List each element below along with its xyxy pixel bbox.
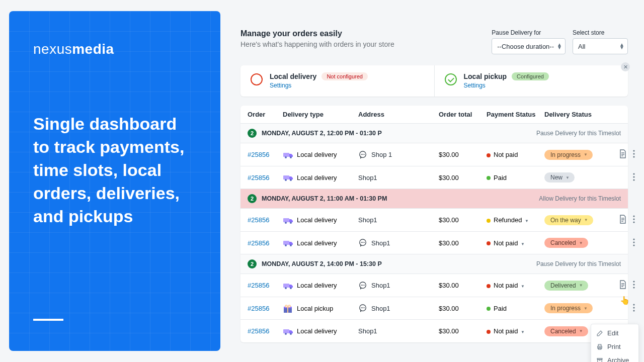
table-row: #25856Local deliveryShop 1$30.00Not paid… [240, 143, 628, 166]
svg-point-16 [633, 173, 634, 174]
payment-status-cell[interactable]: Not paid [487, 151, 544, 158]
more-icon[interactable] [633, 281, 635, 290]
address-cell: Shop1 [358, 304, 439, 313]
pause-delivery-select[interactable]: --Choose duration-- ▲▼ [492, 38, 566, 54]
more-icon[interactable] [633, 304, 635, 313]
payment-status-cell[interactable]: Paid [487, 174, 544, 182]
logo: nexusmedia [33, 41, 196, 57]
svg-point-48 [633, 281, 634, 282]
order-id-link[interactable]: #25856 [248, 239, 283, 247]
menu-item-archive[interactable]: Archive [591, 353, 638, 362]
status-pill[interactable]: In progress ▼ [544, 303, 593, 313]
chat-icon[interactable] [358, 238, 367, 247]
svg-point-33 [362, 242, 363, 243]
status-pill[interactable]: Canceled ▼ [544, 326, 588, 336]
order-id-link[interactable]: #25856 [248, 151, 283, 158]
status-pill[interactable]: On the way ▼ [544, 215, 593, 225]
svg-point-5 [362, 154, 363, 155]
table-row: #25856Local deliveryShop1$30.00PaidNew ▼ [240, 166, 628, 189]
table-row: #25856Local pickupShop1$30.00PaidIn prog… [240, 297, 628, 319]
more-icon[interactable] [633, 150, 635, 159]
order-id-link[interactable]: #25856 [248, 282, 283, 289]
store-select[interactable]: All ▲▼ [573, 38, 628, 54]
group-action-link[interactable]: Allow Delivery for this Timeslot [539, 195, 621, 202]
svg-point-1 [285, 156, 287, 158]
more-icon[interactable] [633, 215, 635, 225]
document-icon[interactable] [619, 280, 627, 291]
payment-status-cell[interactable]: Not paid ▼ [487, 239, 544, 247]
status-pill[interactable]: Canceled ▼ [544, 238, 588, 248]
status-dot-icon [487, 153, 491, 157]
chevron-down-icon: ▼ [579, 241, 583, 245]
group-action-link[interactable]: Pause Delivery for this Timeslot [536, 130, 621, 137]
truck-icon [283, 239, 293, 246]
status-pill[interactable]: Delivered ▼ [544, 281, 588, 291]
col-payment: Payment Status [487, 111, 544, 118]
truck-icon [283, 151, 293, 158]
svg-rect-38 [283, 284, 289, 288]
payment-status-cell[interactable]: Refunded ▼ [487, 216, 544, 224]
total-cell: $30.00 [439, 239, 487, 247]
status-dot-icon [487, 284, 491, 288]
more-icon[interactable] [633, 173, 635, 183]
chat-icon[interactable] [358, 304, 367, 313]
svg-point-60 [633, 304, 634, 305]
svg-point-25 [633, 215, 634, 217]
document-icon[interactable] [619, 149, 627, 160]
svg-point-39 [285, 287, 287, 289]
table-row: #25856Local deliveryShop1$30.00Not paid … [240, 274, 628, 297]
pause-delivery-label: Pause Delivery for [492, 29, 566, 36]
total-cell: $30.00 [439, 174, 487, 182]
orders-table: Order Delivery type Address Order total … [240, 106, 628, 342]
menu-item-edit[interactable]: Edit [591, 326, 638, 340]
archive-icon [596, 357, 603, 363]
svg-rect-76 [598, 359, 602, 362]
settings-link[interactable]: Settings [464, 82, 486, 89]
svg-point-62 [633, 310, 634, 311]
chevron-down-icon: ▼ [525, 219, 529, 223]
svg-rect-63 [283, 329, 289, 333]
document-icon[interactable] [619, 215, 627, 225]
svg-rect-19 [283, 218, 289, 222]
status-badge: Not configured [321, 72, 368, 80]
order-id-link[interactable]: #25856 [248, 305, 283, 312]
group-count-badge: 2 [248, 129, 257, 138]
address-cell: Shop1 [358, 174, 439, 182]
table-row: #25856Local deliveryShop1$30.00Refunded … [240, 208, 628, 231]
order-id-link[interactable]: #25856 [248, 174, 283, 182]
chat-icon[interactable] [358, 281, 367, 290]
status-dot-icon [487, 241, 491, 245]
close-icon[interactable]: ✕ [621, 62, 630, 71]
truck-icon [283, 217, 293, 224]
more-icon[interactable] [633, 238, 635, 248]
svg-point-36 [633, 241, 634, 243]
payment-status-cell[interactable]: Not paid ▼ [487, 282, 544, 289]
order-id-link[interactable]: #25856 [248, 216, 283, 224]
status-dot-icon [487, 219, 491, 223]
svg-point-6 [364, 154, 365, 155]
col-delivery: Delivery Status [544, 111, 610, 118]
status-pill[interactable]: In progress ▼ [544, 150, 593, 160]
payment-status-cell[interactable]: Not paid ▼ [487, 327, 544, 335]
payment-status-cell[interactable]: Paid [487, 305, 544, 312]
group-label: MONDAY, AUGUST 2, 11:00 AM - 01:30 PM [262, 195, 539, 202]
order-id-link[interactable]: #25856 [248, 327, 283, 335]
svg-point-57 [361, 307, 362, 308]
settings-link[interactable]: Settings [270, 82, 291, 89]
svg-point-37 [633, 244, 634, 246]
address-cell: Shop1 [358, 327, 439, 335]
svg-point-20 [285, 222, 287, 224]
card-title: Local pickup [464, 72, 507, 80]
svg-point-55 [288, 305, 290, 307]
chat-icon[interactable] [358, 150, 367, 159]
menu-item-print[interactable]: Print [591, 340, 638, 353]
group-action-link[interactable]: Pause Delivery for this Timeslot [536, 260, 621, 267]
svg-rect-13 [283, 175, 289, 179]
svg-point-21 [290, 222, 292, 224]
col-total: Order total [439, 111, 487, 118]
col-order: Order [248, 111, 283, 118]
svg-point-58 [362, 307, 363, 308]
svg-point-40 [290, 287, 292, 289]
status-pill[interactable]: New ▼ [544, 172, 575, 183]
gift-icon [283, 305, 293, 312]
